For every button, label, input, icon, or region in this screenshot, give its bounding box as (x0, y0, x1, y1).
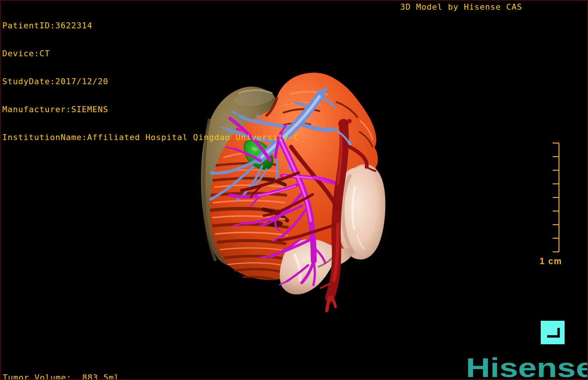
corner-return-glyph (541, 321, 565, 344)
scale-ruler (537, 139, 563, 256)
scale-bar: 1 cm (537, 139, 567, 266)
scale-label: 1 cm (537, 256, 567, 266)
patient-id-line: PatientID:3622314 (2, 21, 299, 30)
corner-return-icon[interactable] (541, 321, 565, 344)
hisense-logo: Hisense (466, 354, 588, 377)
patient-info-overlay: PatientID:3622314 Device:CT StudyDate:20… (2, 2, 299, 161)
volume-overlay: Tumor Volume: 883.5ml Liver Volume: 318.… (3, 354, 119, 380)
manufacturer-line: Manufacturer:SIEMENS (2, 105, 299, 114)
model-caption: 3D Model by Hisense CAS (400, 2, 522, 12)
viewer-window: PatientID:3622314 Device:CT StudyDate:20… (0, 0, 588, 380)
device-line: Device:CT (2, 49, 299, 58)
institution-line: InstitutionName:Affiliated Hospital Qing… (2, 133, 299, 142)
study-date-line: StudyDate:2017/12/20 (2, 77, 299, 86)
tumor-volume-line: Tumor Volume: 883.5ml (3, 373, 119, 380)
